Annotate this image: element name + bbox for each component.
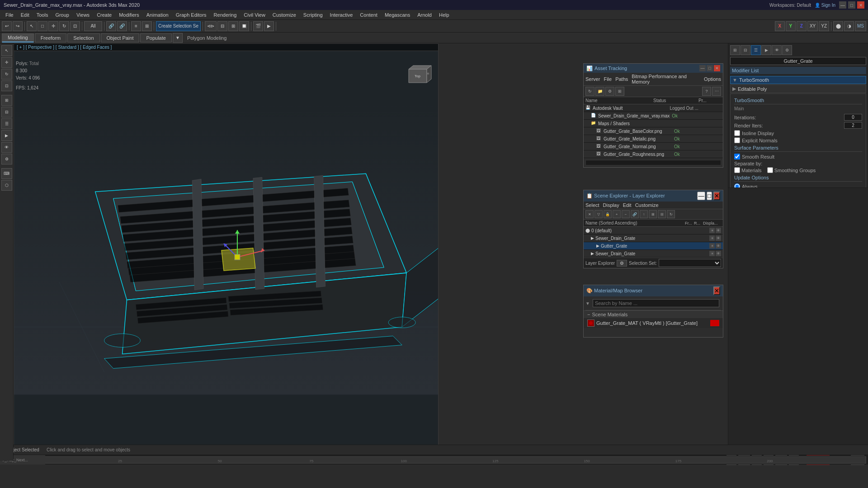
yz-plane-btn[interactable]: YZ	[819, 21, 829, 31]
mb-close-btn[interactable]: ✕	[713, 286, 720, 295]
rotate-btn[interactable]: ↻	[59, 21, 69, 31]
at-row-max-file[interactable]: 📄 Sewer_Drain_Grate_max_vray.max Ok	[584, 112, 723, 120]
tab-more-btn[interactable]: ▼	[173, 33, 183, 43]
bind-btn[interactable]: 🔗	[117, 21, 127, 31]
at-row-basecolor[interactable]: 🖼 Gutter_Grate_BaseColor.png Ok	[584, 127, 723, 135]
sidebar-rotate-btn[interactable]: ↻	[1, 69, 12, 80]
ts-render-iters-input[interactable]	[844, 122, 862, 129]
sidebar-select-btn[interactable]: ↖	[1, 45, 12, 56]
menu-help[interactable]: Help	[435, 11, 453, 19]
ts-explicit-normals-cb[interactable]	[734, 137, 740, 143]
se-selection-set-select[interactable]	[659, 259, 721, 267]
scale-btn[interactable]: ⊡	[70, 21, 80, 31]
snap-btn[interactable]: 🔲	[239, 21, 249, 31]
at-settings-btn[interactable]: ⚙	[605, 87, 614, 96]
tab-modeling[interactable]: Modeling	[2, 33, 34, 42]
sign-in-btn[interactable]: 👤 Sign In	[815, 3, 835, 8]
mb-material-row-gutter[interactable]: Gutter_Grate_MAT ( VRayMtl ) [Gutter_Gra…	[584, 318, 723, 328]
menu-edit[interactable]: Edit	[17, 11, 33, 19]
at-row-vault[interactable]: 💾 Autodesk Vault Logged Out ...	[584, 104, 723, 112]
at-row-roughness[interactable]: 🖼 Gutter_Grate_Roughness.png Ok	[584, 150, 723, 158]
layer-btn[interactable]: ≡	[131, 21, 141, 31]
se-sewer-eye[interactable]: 👁	[716, 235, 721, 241]
se-refresh-btn[interactable]: ↻	[667, 210, 675, 218]
object-name-input[interactable]	[730, 57, 866, 65]
ts-smoothing-groups-cb[interactable]	[767, 167, 773, 173]
hierarchy-btn[interactable]: ⊞	[142, 21, 152, 31]
at-menu-bitmap-perf[interactable]: Bitmap Performance and Memory	[632, 74, 700, 84]
at-menu-options[interactable]: Options	[704, 76, 721, 82]
xy-plane-btn[interactable]: XY	[807, 21, 818, 31]
sidebar-move-btn[interactable]: ✛	[1, 57, 12, 68]
se-layer0-eye[interactable]: 👁	[716, 228, 721, 233]
menu-graph-editors[interactable]: Graph Editors	[172, 11, 210, 19]
tab-populate[interactable]: Populate	[140, 33, 171, 42]
undo-btn[interactable]: ↩	[2, 21, 12, 31]
menu-file[interactable]: File	[2, 11, 17, 19]
sidebar-modify-btn[interactable]: ⊟	[1, 107, 12, 117]
tab-selection[interactable]: Selection	[67, 33, 99, 42]
se-close-btn[interactable]: ✕	[713, 192, 720, 200]
se-collapse-btn[interactable]: ⊟	[658, 210, 666, 218]
menu-create[interactable]: Create	[93, 11, 115, 19]
at-folder-btn[interactable]: 📁	[595, 87, 604, 96]
select-region-btn[interactable]: □	[38, 21, 47, 31]
y-axis-btn[interactable]: Y	[786, 21, 796, 31]
move-btn[interactable]: ✛	[48, 21, 58, 31]
se-filter-btn[interactable]: ▽	[594, 210, 603, 218]
at-minimize-btn[interactable]: —	[699, 65, 706, 71]
restore-btn[interactable]: □	[848, 1, 855, 9]
frame-track[interactable]: 0 25 50 75 100 125 150 175 200	[33, 456, 866, 464]
minimize-btn[interactable]: —	[839, 1, 846, 9]
modifier-turbos smooth[interactable]: ▼ TurboSmooth	[730, 76, 866, 84]
menu-civil-view[interactable]: Civil View	[240, 11, 269, 19]
create-selection-set-btn[interactable]: Create Selection Se	[156, 21, 201, 31]
se-layer0-sun[interactable]: ☀	[709, 228, 715, 233]
at-menu-server[interactable]: Server	[585, 76, 600, 82]
z-axis-btn[interactable]: Z	[797, 21, 807, 31]
se-close-filter-btn[interactable]: ✕	[585, 210, 594, 218]
se-menu-display[interactable]: Display	[603, 202, 619, 208]
menu-animation[interactable]: Animation	[143, 11, 172, 19]
at-more-btn[interactable]: ⋯	[712, 87, 721, 96]
tab-freeform[interactable]: Freeform	[35, 33, 67, 42]
sidebar-scale-btn[interactable]: ⊡	[1, 80, 12, 91]
menu-rendering[interactable]: Rendering	[210, 11, 241, 19]
mod-icon-utils[interactable]: ⚙	[782, 45, 792, 55]
menu-content[interactable]: Content	[356, 11, 381, 19]
at-grid-btn[interactable]: ⊞	[615, 87, 624, 96]
mod-icon-modify[interactable]: ⊟	[741, 45, 750, 55]
mod-icon-display[interactable]: 👁	[772, 45, 782, 55]
material-btn[interactable]: ◑	[844, 21, 854, 31]
at-row-metalic[interactable]: 🖼 Gutter_Grate_Metalic.png Ok	[584, 135, 723, 143]
sidebar-motion-btn[interactable]: ▶	[1, 130, 12, 141]
menu-megascans[interactable]: Megascans	[381, 11, 414, 19]
mb-scene-materials-header[interactable]: − Scene Materials	[584, 310, 723, 318]
sidebar-reactor-btn[interactable]: ⬡	[1, 180, 12, 191]
x-axis-btn[interactable]: X	[775, 21, 785, 31]
grid-btn[interactable]: ⊞	[228, 21, 238, 31]
viewport[interactable]: [ + ] [ Perspective ] [ Standard ] [ Edg…	[14, 43, 439, 447]
menu-scripting[interactable]: Scripting	[300, 11, 326, 19]
mod-icon-hierarchy[interactable]: ☰	[751, 45, 761, 55]
redo-btn[interactable]: ↪	[13, 21, 23, 31]
se-remove-btn[interactable]: −	[622, 210, 630, 218]
sidebar-display-btn[interactable]: 👁	[1, 142, 12, 153]
mod-icon-create[interactable]: ⊞	[730, 45, 740, 55]
se-up-btn[interactable]: ↑	[640, 210, 648, 218]
se-sewer-sun[interactable]: ☀	[709, 235, 715, 241]
select-btn[interactable]: ↖	[27, 21, 37, 31]
render-frame-btn[interactable]: MS	[855, 21, 866, 31]
at-row-maps[interactable]: 📁 Maps / Shaders	[584, 120, 723, 127]
se-sewer2-sun[interactable]: ☀	[709, 251, 715, 256]
se-gutter-sun[interactable]: ☀	[709, 243, 715, 249]
sphere-btn[interactable]: ⬤	[833, 21, 843, 31]
quick-render-btn[interactable]: ▶	[264, 21, 274, 31]
ts-isoline-cb[interactable]	[734, 130, 740, 136]
sidebar-maxscript-btn[interactable]: ⌨	[1, 168, 12, 179]
tab-object-paint[interactable]: Object Paint	[101, 33, 140, 42]
se-row-sewer-drain2[interactable]: ▶ Sewer_Drain_Grate ☀ 👁	[584, 250, 723, 258]
ts-materials-cb[interactable]	[734, 167, 740, 173]
menu-modifiers[interactable]: Modifiers	[115, 11, 143, 19]
all-btn[interactable]: All	[84, 21, 102, 31]
